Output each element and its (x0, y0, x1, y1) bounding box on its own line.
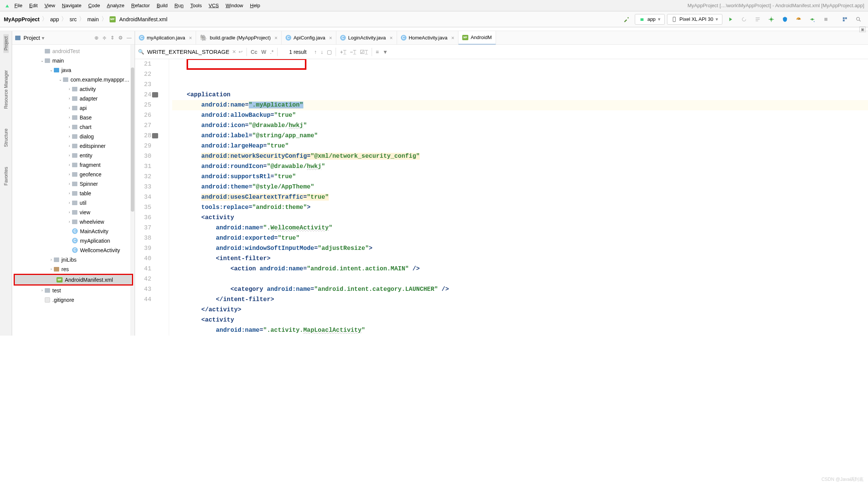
settings-icon[interactable]: ⚙ (118, 35, 123, 41)
expand-all-icon[interactable]: ≑ (102, 35, 107, 41)
code-line[interactable] (172, 274, 868, 284)
tree-node[interactable]: ›entity (12, 151, 135, 160)
code-line[interactable]: android:networkSecurityConfig="@xml/netw… (172, 151, 868, 162)
editor-tab[interactable]: MFAndroidM (458, 31, 496, 45)
breadcrumb-item[interactable]: MyAppProject (4, 16, 39, 22)
next-match-icon[interactable]: ↓ (320, 49, 323, 55)
prev-match-icon[interactable]: ↑ (314, 49, 317, 55)
menu-item[interactable]: Window (226, 3, 243, 8)
editor-tab[interactable]: CHomeActivity.java× (397, 31, 459, 45)
rail-item-favorites[interactable]: Favorites (3, 165, 9, 188)
tree-node[interactable]: ›api (12, 103, 135, 113)
apply-code-changes-button[interactable] (752, 14, 763, 25)
tree-node[interactable]: ›fragment (12, 160, 135, 170)
tree-node[interactable]: ›wheelview (12, 217, 135, 226)
tree-node[interactable]: ›activity (12, 84, 135, 94)
menu-item[interactable]: Analyze (107, 3, 124, 8)
close-tab-icon[interactable]: × (389, 35, 392, 41)
code-line[interactable]: android:allowBackup="true" (172, 110, 868, 121)
breadcrumb-item[interactable]: app (50, 16, 59, 22)
device-selector[interactable]: Pixel XL API 30 ▾ (667, 14, 722, 25)
code-line[interactable]: android:name=".myAplication" (172, 100, 868, 110)
tree-node[interactable]: ›Spinner (12, 179, 135, 188)
menu-item[interactable]: VCS (209, 3, 219, 8)
tree-node[interactable]: ›Base (12, 113, 135, 122)
tree-node[interactable]: MFAndroidManifest.xml (15, 275, 132, 284)
code-line[interactable]: android:supportsRtl="true" (172, 172, 868, 182)
menu-item[interactable]: Help (250, 3, 260, 8)
code-line[interactable]: android:theme="@style/AppTheme" (172, 182, 868, 192)
menu-item[interactable]: Navigate (62, 3, 81, 8)
tree-node[interactable]: ›table (12, 188, 135, 198)
code-editor[interactable]: <application android:name=".myAplication… (169, 59, 868, 336)
stop-button[interactable] (820, 14, 832, 25)
tree-node[interactable]: ›res (12, 264, 135, 274)
breadcrumb-item[interactable]: main (87, 16, 99, 22)
tree-node[interactable]: ›adapter (12, 94, 135, 103)
profiler-button[interactable] (793, 14, 804, 25)
project-view-selector[interactable]: Project ▾ (15, 35, 44, 41)
code-line[interactable]: tools:replace="android:theme"> (172, 202, 868, 213)
toggle-in-selection-icon[interactable]: ≡ (376, 49, 379, 55)
match-case-button[interactable]: Cc (251, 49, 257, 55)
menu-item[interactable]: Build (157, 3, 168, 8)
search-history-icon[interactable]: ↩ (239, 49, 243, 55)
code-line[interactable]: <intent-filter> (172, 254, 868, 264)
tree-node[interactable]: androidTest (12, 46, 135, 56)
close-tab-icon[interactable]: × (275, 35, 278, 41)
code-line[interactable]: <action android:name="android.intent.act… (172, 264, 868, 274)
tree-node[interactable]: ›util (12, 198, 135, 207)
add-selection-icon[interactable]: +⌶ (340, 49, 346, 55)
code-line[interactable]: android:exported="true" (172, 233, 868, 243)
project-tree[interactable]: androidTest⌄main⌄java⌄com.example.myappp… (12, 45, 135, 336)
find-input[interactable] (146, 48, 230, 56)
regex-button[interactable]: .* (270, 49, 273, 55)
apply-changes-button[interactable] (738, 14, 750, 25)
close-tab-icon[interactable]: × (329, 35, 332, 41)
expand-editor-icon[interactable]: ▣ (859, 27, 866, 32)
filter-icon[interactable]: ▼ (383, 49, 388, 55)
menu-item[interactable]: Run (174, 3, 184, 8)
menu-item[interactable]: Code (88, 3, 100, 8)
code-line[interactable]: android:largeHeap="true" (172, 141, 868, 151)
clear-search-icon[interactable]: ✕ (232, 49, 236, 55)
tree-node[interactable]: CWellcomeActivity (12, 245, 135, 255)
words-button[interactable]: W (261, 49, 266, 55)
tree-node[interactable]: CmyAplication (12, 236, 135, 245)
menu-item[interactable]: File (14, 3, 22, 8)
code-line[interactable]: <activity (172, 315, 868, 325)
select-all-matches-icon[interactable]: ▢ (327, 49, 332, 55)
tree-node[interactable]: .gitignore (12, 295, 135, 304)
run-config-selector[interactable]: app ▾ (635, 14, 665, 25)
rail-item-project[interactable]: Project (3, 34, 9, 53)
tree-node[interactable]: ›chart (12, 122, 135, 132)
editor-tab[interactable]: CApiConfig.java× (282, 31, 336, 45)
code-line[interactable]: android:roundIcon="@drawable/hwkj" (172, 162, 868, 172)
editor-tab[interactable]: CmyAplication.java× (135, 31, 196, 45)
search-everywhere-button[interactable] (853, 14, 864, 25)
debug-button[interactable] (766, 14, 777, 25)
tree-node[interactable]: ›jniLibs (12, 255, 135, 264)
rail-item-resource-manager[interactable]: Resource Manager (3, 68, 9, 111)
code-line[interactable]: </activity> (172, 305, 868, 315)
run-button[interactable] (725, 14, 736, 25)
build-hammer-icon[interactable] (621, 14, 633, 25)
menu-item[interactable]: Refactor (131, 3, 150, 8)
attach-debugger-button[interactable] (807, 14, 818, 25)
tree-node[interactable]: ›geofence (12, 170, 135, 179)
remove-selection-icon[interactable]: −⌶ (350, 49, 356, 55)
tree-node[interactable]: ›view (12, 207, 135, 217)
tree-node[interactable]: ›test (12, 286, 135, 295)
tree-node[interactable]: ›dialog (12, 132, 135, 141)
editor-tab[interactable]: CLoginActivity.java× (336, 31, 397, 45)
rail-item-structure[interactable]: Structure (3, 126, 9, 149)
tree-node[interactable]: ›editspinner (12, 141, 135, 151)
code-line[interactable]: android:label="@string/app_name" (172, 131, 868, 141)
select-all-occurrences-icon[interactable]: ☑⌶ (360, 49, 368, 55)
sync-gradle-button[interactable] (839, 14, 851, 25)
tree-node[interactable]: ⌄com.example.myapppr… (12, 75, 135, 84)
collapse-all-icon[interactable]: ⇕ (110, 35, 115, 41)
code-line[interactable]: <application (172, 90, 868, 100)
code-line[interactable]: android:icon="@drawable/hwkj" (172, 121, 868, 131)
code-line[interactable]: android:name=".activity.MapLoaclActivity… (172, 325, 868, 336)
